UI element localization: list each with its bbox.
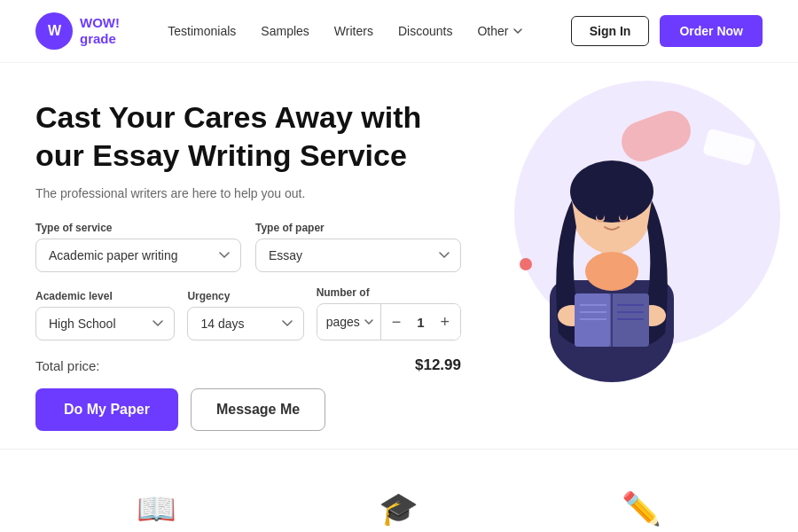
nav-writers[interactable]: Writers <box>334 24 373 38</box>
message-me-button[interactable]: Message Me <box>191 388 325 431</box>
paper-label: Type of paper <box>255 222 461 234</box>
logo-icon: W <box>35 12 73 50</box>
cta-row: Do My Paper Message Me <box>35 388 461 431</box>
paper-group: Type of paper Essay Research Paper Thesi… <box>255 222 461 272</box>
signin-button[interactable]: Sign In <box>571 16 650 46</box>
logo[interactable]: W WOW! grade <box>35 12 120 50</box>
order-now-button[interactable]: Order Now <box>660 15 763 47</box>
navbar: W WOW! grade Testimonials Samples Writer… <box>0 0 798 63</box>
urgency-label: Urgency <box>187 290 303 302</box>
pages-decrement-button[interactable]: − <box>381 304 412 340</box>
feature-1-icon: 📖 <box>137 490 176 528</box>
total-label: Total price: <box>35 358 100 373</box>
form-row-1: Type of service Academic paper writing R… <box>35 222 461 272</box>
pages-group: Number of pages words − 1 + <box>317 286 461 340</box>
logo-text: WOW! grade <box>80 15 120 47</box>
feature-3: ✏️ Customer support and professional hel… <box>520 476 763 532</box>
paper-select[interactable]: Essay Research Paper Thesis <box>255 239 461 272</box>
svg-point-7 <box>620 213 627 220</box>
level-label: Academic level <box>35 290 175 302</box>
hero-title: Cast Your Cares Away with our Essay Writ… <box>35 98 461 174</box>
feature-1: 📖 College and school tasks delivered eve… <box>35 476 278 532</box>
pages-control: pages words − 1 + <box>317 303 461 340</box>
hero-illustration-area <box>461 98 763 418</box>
nav-other-dropdown[interactable]: Other <box>477 24 522 38</box>
do-my-paper-button[interactable]: Do My Paper <box>35 388 178 431</box>
service-group: Type of service Academic paper writing R… <box>35 222 241 272</box>
nav-links: Testimonials Samples Writers Discounts O… <box>168 23 522 39</box>
hero-subtitle: The professional writers are here to hel… <box>35 186 461 200</box>
service-select[interactable]: Academic paper writing Research paper wr… <box>35 239 241 272</box>
hero-left: Cast Your Cares Away with our Essay Writ… <box>35 98 461 431</box>
level-group: Academic level High School Undergraduate… <box>35 290 175 340</box>
level-select[interactable]: High School Undergraduate Master PhD <box>35 307 175 340</box>
pages-increment-button[interactable]: + <box>429 304 460 340</box>
feature-2-icon: 🎓 <box>379 490 419 528</box>
hero-illustration <box>461 98 763 400</box>
nav-discounts[interactable]: Discounts <box>398 24 452 38</box>
nav-testimonials[interactable]: Testimonials <box>168 24 236 38</box>
svg-point-20 <box>585 252 638 291</box>
service-label: Type of service <box>35 222 241 234</box>
total-price: $12.99 <box>415 356 461 374</box>
total-row: Total price: $12.99 <box>35 356 461 374</box>
urgency-select[interactable]: 14 days 7 days 3 days 24 hours <box>187 307 303 340</box>
pages-label: Number of <box>317 286 461 299</box>
chevron-down-icon <box>513 28 522 35</box>
features-section: 📖 College and school tasks delivered eve… <box>0 449 798 532</box>
svg-rect-12 <box>575 293 610 347</box>
hero-section: Cast Your Cares Away with our Essay Writ… <box>0 63 798 449</box>
feature-2: 🎓 Academic experts to work on your assig… <box>278 476 520 532</box>
svg-point-6 <box>597 213 604 220</box>
girl-reading-svg <box>497 103 727 395</box>
svg-point-3 <box>570 160 653 223</box>
nav-actions: Sign In Order Now <box>571 15 763 47</box>
order-form: Type of service Academic paper writing R… <box>35 222 461 340</box>
feature-3-icon: ✏️ <box>622 490 661 528</box>
pages-unit-select[interactable]: pages words <box>317 306 380 338</box>
form-row-2: Academic level High School Undergraduate… <box>35 286 461 340</box>
urgency-group: Urgency 14 days 7 days 3 days 24 hours <box>187 290 303 340</box>
pages-value: 1 <box>411 315 429 330</box>
nav-samples[interactable]: Samples <box>261 24 309 38</box>
